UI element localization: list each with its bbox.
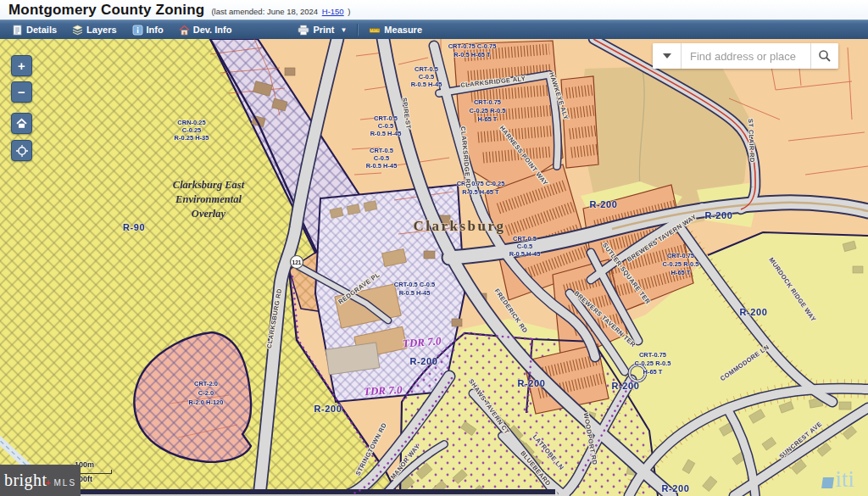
zone-label: R-0.5 H-65 T (462, 188, 499, 196)
district-label: R-200 (740, 307, 768, 317)
layers-button[interactable]: Layers (64, 20, 124, 39)
district-label: R-200 (314, 404, 342, 414)
district-label: R-200 (705, 210, 733, 220)
district-label: R-200 (612, 381, 640, 391)
tdr-label: TDR 7.0 (364, 383, 403, 398)
zone-label: R-0.5 H-45 (399, 289, 431, 297)
zone-label: C-0.5 (419, 73, 434, 81)
measure-button[interactable]: Measure (361, 20, 430, 39)
locate-button[interactable] (11, 140, 32, 161)
zone-label: C-0.25 R-0.5 (635, 359, 671, 367)
search-input[interactable] (682, 43, 810, 69)
zone-label: CRT-2.0 (194, 380, 218, 387)
home-button[interactable] (11, 113, 32, 134)
zone-label: R-0.5 H-65 T (453, 51, 491, 59)
print-caret-icon[interactable]: ▼ (340, 26, 347, 34)
zoning-map-canvas[interactable]: 121 Clarksburg EastEnvironmentalOverlay … (0, 39, 868, 496)
map-controls: + − (11, 55, 32, 161)
details-button[interactable]: Details (4, 20, 64, 39)
zone-label: C-0.5 (374, 154, 389, 162)
district-label: R-200 (662, 483, 690, 493)
district-label: R-200 (590, 199, 618, 209)
search-button[interactable] (810, 43, 838, 69)
logo-plus-icon: + (46, 478, 51, 488)
dev-info-button[interactable]: Dev. Info (171, 20, 240, 39)
zone-label: CRT-0.5 (374, 114, 398, 122)
road-label: ST CLAIR RD (747, 119, 756, 163)
info-label: Info (147, 25, 164, 35)
zone-label: R-2.0 H-120 (189, 398, 224, 406)
locate-icon (16, 145, 28, 157)
tdr-label: TDR 7.0 (402, 334, 442, 349)
district-label: R-90 (123, 222, 145, 232)
toolbar-separator (357, 24, 359, 36)
house-icon (179, 25, 190, 36)
zone-label: C-0.25 R-0.5 (663, 260, 699, 268)
district-label: R-200 (410, 356, 438, 366)
home-icon (16, 118, 27, 129)
zone-label: CRT-0.75 (667, 252, 694, 259)
overlay-label: Overlay (192, 208, 226, 220)
zoom-in-button[interactable]: + (11, 55, 32, 76)
search-source-dropdown[interactable] (653, 43, 682, 69)
zoom-out-button[interactable]: − (11, 81, 32, 103)
h150-link[interactable]: H-150 (322, 7, 344, 16)
zone-label: R-0.5 H-45 (509, 250, 541, 258)
toolbar: Details Layers Info Dev. Info Print ▼ Me… (0, 20, 868, 39)
district-label: R-200 (518, 378, 546, 388)
zone-label: CRT-0.5 C-0.5 (394, 281, 435, 288)
zone-label: CRT-0.75 (639, 351, 666, 359)
logo-sub-text: MLS (54, 478, 77, 488)
page-header: Montgomery County Zoning (last amended: … (0, 0, 868, 20)
print-icon (298, 25, 309, 36)
overlay-label: Clarksburg East (173, 179, 245, 191)
zone-label: C-0.25 (182, 126, 202, 134)
layers-label: Layers (86, 25, 116, 35)
print-label: Print (313, 25, 334, 35)
details-label: Details (26, 25, 57, 35)
chevron-down-icon (663, 53, 671, 59)
route-shield-121: 121 (291, 256, 303, 269)
logo-main-text: bright (4, 471, 47, 490)
zone-label: H-65 T (478, 115, 498, 123)
details-icon (12, 25, 23, 36)
bright-mls-logo: bright+ MLS (0, 465, 81, 496)
zoning-app-window: Montgomery County Zoning (last amended: … (0, 0, 868, 496)
zone-label: H-65 T (643, 368, 663, 376)
zone-label: H-65 T (671, 269, 691, 276)
zone-label: R-0.5 H-45 (366, 162, 398, 170)
watermark-text: iti (835, 466, 854, 493)
amended-suffix: ) (348, 7, 350, 16)
info-icon (132, 25, 143, 36)
zone-label: R-0.5 H-45 (411, 81, 442, 88)
amended-prefix: (last amended: June 18, 2024 (211, 7, 318, 16)
zone-label: CRT-0.5 (415, 65, 438, 73)
zone-label: CRT-0.75 C-0.25 (457, 180, 505, 187)
measure-icon (369, 25, 381, 36)
zone-label: CRT-0.75 C-0.75 (448, 42, 497, 50)
zone-label: CRT-0.75 (474, 98, 501, 106)
print-button[interactable]: Print ▼ (290, 20, 354, 39)
zone-label: CRT-0.5 (370, 147, 393, 154)
route-shield-number: 121 (292, 259, 302, 265)
info-button[interactable]: Info (125, 20, 171, 39)
place-label-clarksburg: Clarksburg (413, 218, 505, 234)
map-viewport: 121 Clarksburg EastEnvironmentalOverlay … (0, 39, 868, 496)
layers-icon (72, 25, 83, 36)
zone-label: C-0.5 (517, 242, 532, 250)
measure-label: Measure (384, 25, 422, 35)
watermark-logo-icon (822, 477, 835, 488)
zone-label: CRT-0.5 (513, 235, 537, 242)
zone-label: C-2.0 (198, 389, 214, 397)
amended-note: (last amended: June 18, 2024 H-150 ) (211, 7, 350, 16)
page-title: Montgomery County Zoning (8, 2, 204, 19)
search-icon (818, 49, 832, 63)
zone-label: C-0.25 R-0.5 (470, 107, 506, 114)
zone-label: C-0.5 (378, 122, 393, 130)
zone-label: R-0.25 H-35 (175, 134, 209, 142)
map-watermark: iti (822, 466, 854, 493)
zone-label: R-0.5 H-45 (370, 130, 402, 137)
dev-info-label: Dev. Info (193, 25, 232, 35)
overlay-label: Environmental (175, 193, 242, 205)
search-widget (653, 43, 838, 69)
